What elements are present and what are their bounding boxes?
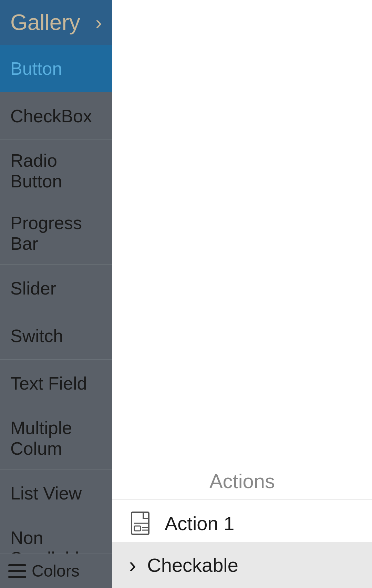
main-content: Actions Action 1 › Checkable	[112, 0, 372, 588]
svg-rect-1	[8, 570, 26, 572]
sidebar-item-multiple-columns[interactable]: Multiple Colum	[0, 407, 112, 470]
sidebar-item-slider[interactable]: Slider	[0, 265, 112, 312]
sidebar-header-title: Gallery	[10, 10, 80, 35]
sidebar-header[interactable]: Gallery ›	[0, 0, 112, 45]
checkable-row[interactable]: › Checkable	[112, 542, 372, 588]
sidebar-item-button-label: Button	[10, 58, 62, 79]
sidebar-bottom-colors[interactable]: Colors	[0, 554, 112, 588]
sidebar-header-arrow-icon: ›	[95, 11, 102, 34]
checkable-arrow-icon: ›	[129, 552, 136, 578]
document-icon	[129, 511, 154, 536]
sidebar: Gallery › Button CheckBox Radio Button P…	[0, 0, 112, 588]
sidebar-item-text-field[interactable]: Text Field	[0, 360, 112, 407]
svg-rect-5	[134, 526, 141, 531]
main-container: Gallery › Button CheckBox Radio Button P…	[0, 0, 372, 588]
sidebar-bottom-label: Colors	[32, 561, 80, 580]
svg-rect-2	[8, 576, 26, 578]
sidebar-item-text-field-label: Text Field	[10, 373, 87, 394]
action1-label: Action 1	[165, 512, 234, 535]
sidebar-item-multiple-columns-label: Multiple Colum	[10, 417, 102, 459]
hamburger-icon	[8, 564, 26, 578]
actions-title: Actions	[112, 470, 372, 493]
sidebar-item-list-view[interactable]: List View	[0, 470, 112, 517]
actions-panel: Actions Action 1	[112, 456, 372, 547]
sidebar-item-button[interactable]: Button	[0, 45, 112, 92]
svg-rect-0	[8, 564, 26, 566]
sidebar-item-radio-button[interactable]: Radio Button	[0, 140, 112, 202]
sidebar-item-radio-button-label: Radio Button	[10, 150, 102, 192]
checkable-label: Checkable	[147, 554, 238, 576]
sidebar-item-checkbox-label: CheckBox	[10, 106, 92, 126]
sidebar-item-list-view-label: List View	[10, 483, 82, 504]
sidebar-item-slider-label: Slider	[10, 278, 56, 299]
sidebar-item-checkbox[interactable]: CheckBox	[0, 92, 112, 140]
sidebar-item-progress-bar-label: Progress Bar	[10, 213, 102, 254]
action1-item[interactable]: Action 1	[112, 499, 372, 547]
sidebar-item-progress-bar[interactable]: Progress Bar	[0, 202, 112, 265]
sidebar-item-switch-label: Switch	[10, 326, 63, 346]
sidebar-item-switch[interactable]: Switch	[0, 312, 112, 360]
